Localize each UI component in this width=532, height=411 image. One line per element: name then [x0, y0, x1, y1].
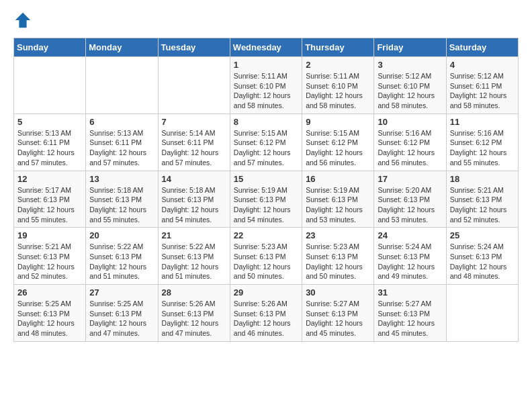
- calendar-cell: 11Sunrise: 5:16 AM Sunset: 6:12 PM Dayli…: [446, 113, 518, 171]
- week-row-3: 12Sunrise: 5:17 AM Sunset: 6:13 PM Dayli…: [14, 171, 519, 228]
- day-info: Sunrise: 5:25 AM Sunset: 6:13 PM Dayligh…: [17, 299, 82, 338]
- week-row-4: 19Sunrise: 5:21 AM Sunset: 6:13 PM Dayli…: [14, 228, 519, 285]
- day-number: 10: [378, 117, 442, 127]
- day-number: 25: [450, 230, 515, 240]
- day-number: 27: [89, 287, 154, 298]
- calendar-cell: 28Sunrise: 5:26 AM Sunset: 6:13 PM Dayli…: [158, 285, 230, 342]
- calendar-cell: 1Sunrise: 5:11 AM Sunset: 6:10 PM Daylig…: [230, 57, 302, 114]
- logo-icon: [13, 11, 32, 30]
- calendar-cell: 2Sunrise: 5:11 AM Sunset: 6:10 PM Daylig…: [302, 57, 374, 114]
- day-number: 9: [306, 117, 370, 127]
- calendar-cell: 24Sunrise: 5:24 AM Sunset: 6:13 PM Dayli…: [374, 228, 446, 285]
- week-row-5: 26Sunrise: 5:25 AM Sunset: 6:13 PM Dayli…: [14, 285, 519, 342]
- calendar-cell: 9Sunrise: 5:15 AM Sunset: 6:12 PM Daylig…: [302, 113, 374, 171]
- day-number: 15: [234, 174, 298, 184]
- calendar-cell: 31Sunrise: 5:27 AM Sunset: 6:13 PM Dayli…: [374, 285, 446, 342]
- day-number: 14: [162, 174, 226, 184]
- calendar-cell: 25Sunrise: 5:24 AM Sunset: 6:13 PM Dayli…: [446, 228, 518, 285]
- day-number: 8: [234, 117, 298, 127]
- page-header: [13, 11, 519, 30]
- calendar-cell: 5Sunrise: 5:13 AM Sunset: 6:11 PM Daylig…: [14, 113, 86, 171]
- day-info: Sunrise: 5:26 AM Sunset: 6:13 PM Dayligh…: [162, 299, 226, 338]
- day-number: 18: [450, 174, 515, 184]
- day-info: Sunrise: 5:19 AM Sunset: 6:13 PM Dayligh…: [234, 185, 298, 225]
- calendar-cell: 8Sunrise: 5:15 AM Sunset: 6:12 PM Daylig…: [230, 113, 302, 171]
- day-number: 11: [450, 117, 515, 127]
- logo: [13, 11, 34, 30]
- day-info: Sunrise: 5:15 AM Sunset: 6:12 PM Dayligh…: [234, 128, 298, 168]
- calendar-cell: [86, 57, 158, 114]
- day-info: Sunrise: 5:22 AM Sunset: 6:13 PM Dayligh…: [89, 242, 154, 281]
- day-info: Sunrise: 5:22 AM Sunset: 6:13 PM Dayligh…: [162, 242, 226, 281]
- day-number: 13: [89, 174, 154, 184]
- calendar-cell: [158, 57, 230, 114]
- calendar-cell: 19Sunrise: 5:21 AM Sunset: 6:13 PM Dayli…: [14, 228, 86, 285]
- day-info: Sunrise: 5:13 AM Sunset: 6:11 PM Dayligh…: [89, 128, 154, 168]
- day-info: Sunrise: 5:17 AM Sunset: 6:13 PM Dayligh…: [17, 185, 82, 225]
- day-number: 30: [306, 287, 370, 298]
- day-info: Sunrise: 5:27 AM Sunset: 6:13 PM Dayligh…: [306, 299, 370, 338]
- header-day-monday: Monday: [86, 38, 158, 57]
- calendar-cell: 6Sunrise: 5:13 AM Sunset: 6:11 PM Daylig…: [86, 113, 158, 171]
- day-number: 31: [378, 287, 442, 298]
- day-number: 21: [162, 230, 226, 240]
- day-number: 3: [378, 60, 442, 70]
- day-number: 6: [89, 117, 154, 127]
- day-info: Sunrise: 5:21 AM Sunset: 6:13 PM Dayligh…: [17, 242, 82, 281]
- header-day-saturday: Saturday: [446, 38, 518, 57]
- calendar-cell: 15Sunrise: 5:19 AM Sunset: 6:13 PM Dayli…: [230, 171, 302, 228]
- header-day-tuesday: Tuesday: [158, 38, 230, 57]
- calendar-cell: 3Sunrise: 5:12 AM Sunset: 6:10 PM Daylig…: [374, 57, 446, 114]
- calendar-cell: 20Sunrise: 5:22 AM Sunset: 6:13 PM Dayli…: [86, 228, 158, 285]
- day-info: Sunrise: 5:23 AM Sunset: 6:13 PM Dayligh…: [306, 242, 370, 281]
- day-number: 29: [234, 287, 298, 298]
- day-number: 24: [378, 230, 442, 240]
- calendar-cell: 14Sunrise: 5:18 AM Sunset: 6:13 PM Dayli…: [158, 171, 230, 228]
- day-info: Sunrise: 5:21 AM Sunset: 6:13 PM Dayligh…: [450, 185, 515, 225]
- calendar-cell: 18Sunrise: 5:21 AM Sunset: 6:13 PM Dayli…: [446, 171, 518, 228]
- calendar-cell: 17Sunrise: 5:20 AM Sunset: 6:13 PM Dayli…: [374, 171, 446, 228]
- day-info: Sunrise: 5:25 AM Sunset: 6:13 PM Dayligh…: [89, 299, 154, 338]
- day-info: Sunrise: 5:12 AM Sunset: 6:11 PM Dayligh…: [450, 71, 515, 111]
- day-info: Sunrise: 5:27 AM Sunset: 6:13 PM Dayligh…: [378, 299, 442, 338]
- day-info: Sunrise: 5:11 AM Sunset: 6:10 PM Dayligh…: [306, 71, 370, 111]
- day-info: Sunrise: 5:12 AM Sunset: 6:10 PM Dayligh…: [378, 71, 442, 111]
- day-number: 16: [306, 174, 370, 184]
- day-info: Sunrise: 5:19 AM Sunset: 6:13 PM Dayligh…: [306, 185, 370, 225]
- calendar-cell: 26Sunrise: 5:25 AM Sunset: 6:13 PM Dayli…: [14, 285, 86, 342]
- calendar-cell: 10Sunrise: 5:16 AM Sunset: 6:12 PM Dayli…: [374, 113, 446, 171]
- day-info: Sunrise: 5:15 AM Sunset: 6:12 PM Dayligh…: [306, 128, 370, 168]
- calendar-cell: 13Sunrise: 5:18 AM Sunset: 6:13 PM Dayli…: [86, 171, 158, 228]
- calendar-cell: 27Sunrise: 5:25 AM Sunset: 6:13 PM Dayli…: [86, 285, 158, 342]
- calendar-cell: 23Sunrise: 5:23 AM Sunset: 6:13 PM Dayli…: [302, 228, 374, 285]
- day-number: 23: [306, 230, 370, 240]
- calendar-cell: 29Sunrise: 5:26 AM Sunset: 6:13 PM Dayli…: [230, 285, 302, 342]
- day-info: Sunrise: 5:11 AM Sunset: 6:10 PM Dayligh…: [234, 71, 298, 111]
- day-number: 26: [17, 287, 82, 298]
- svg-marker-0: [15, 13, 30, 28]
- calendar-cell: 12Sunrise: 5:17 AM Sunset: 6:13 PM Dayli…: [14, 171, 86, 228]
- calendar-cell: [14, 57, 86, 114]
- day-info: Sunrise: 5:26 AM Sunset: 6:13 PM Dayligh…: [234, 299, 298, 338]
- calendar-table: SundayMondayTuesdayWednesdayThursdayFrid…: [13, 38, 519, 342]
- day-info: Sunrise: 5:24 AM Sunset: 6:13 PM Dayligh…: [450, 242, 515, 281]
- day-number: 7: [162, 117, 226, 127]
- week-row-2: 5Sunrise: 5:13 AM Sunset: 6:11 PM Daylig…: [14, 113, 519, 171]
- header-row: SundayMondayTuesdayWednesdayThursdayFrid…: [14, 38, 519, 57]
- day-info: Sunrise: 5:16 AM Sunset: 6:12 PM Dayligh…: [378, 128, 442, 168]
- header-day-wednesday: Wednesday: [230, 38, 302, 57]
- calendar-cell: 21Sunrise: 5:22 AM Sunset: 6:13 PM Dayli…: [158, 228, 230, 285]
- day-number: 5: [17, 117, 82, 127]
- day-info: Sunrise: 5:16 AM Sunset: 6:12 PM Dayligh…: [450, 128, 515, 168]
- day-info: Sunrise: 5:23 AM Sunset: 6:13 PM Dayligh…: [234, 242, 298, 281]
- day-number: 4: [450, 60, 515, 70]
- day-number: 20: [89, 230, 154, 240]
- calendar-cell: 22Sunrise: 5:23 AM Sunset: 6:13 PM Dayli…: [230, 228, 302, 285]
- day-info: Sunrise: 5:13 AM Sunset: 6:11 PM Dayligh…: [17, 128, 82, 168]
- header-day-sunday: Sunday: [14, 38, 86, 57]
- calendar-cell: [446, 285, 518, 342]
- day-number: 1: [234, 60, 298, 70]
- calendar-cell: 4Sunrise: 5:12 AM Sunset: 6:11 PM Daylig…: [446, 57, 518, 114]
- day-info: Sunrise: 5:18 AM Sunset: 6:13 PM Dayligh…: [89, 185, 154, 225]
- day-info: Sunrise: 5:18 AM Sunset: 6:13 PM Dayligh…: [162, 185, 226, 225]
